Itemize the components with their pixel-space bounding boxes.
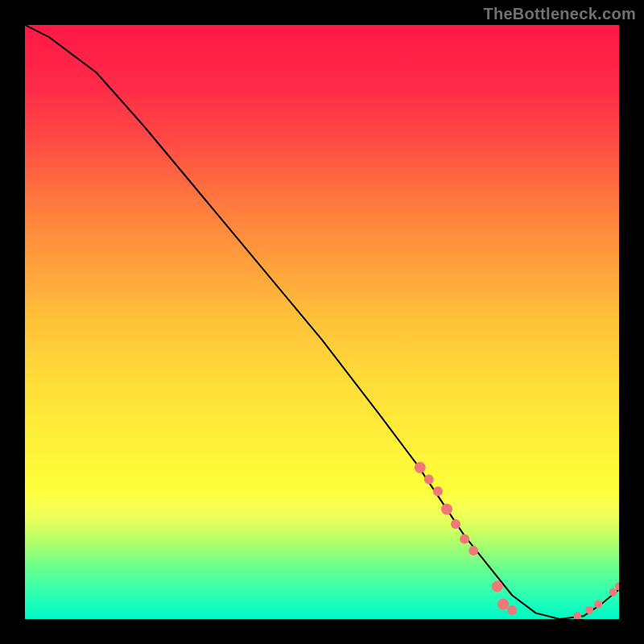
data-point <box>441 504 452 515</box>
watermark-text: TheBottleneck.com <box>483 5 636 23</box>
data-point <box>615 582 619 590</box>
data-point <box>507 605 517 615</box>
data-point <box>415 462 426 473</box>
data-point <box>433 486 443 496</box>
data-point <box>585 606 593 614</box>
data-point <box>460 534 469 543</box>
chart-svg <box>25 25 619 619</box>
bottleneck-curve <box>25 25 619 619</box>
data-point <box>469 546 478 555</box>
data-point <box>573 612 581 619</box>
data-points <box>415 462 619 619</box>
data-point <box>594 601 602 609</box>
data-point <box>497 599 509 610</box>
data-point <box>451 519 460 529</box>
data-point <box>609 588 617 597</box>
chart-container: TheBottleneck.com <box>0 0 644 644</box>
data-point <box>492 580 503 592</box>
data-point <box>424 475 434 485</box>
plot-area <box>25 25 619 619</box>
